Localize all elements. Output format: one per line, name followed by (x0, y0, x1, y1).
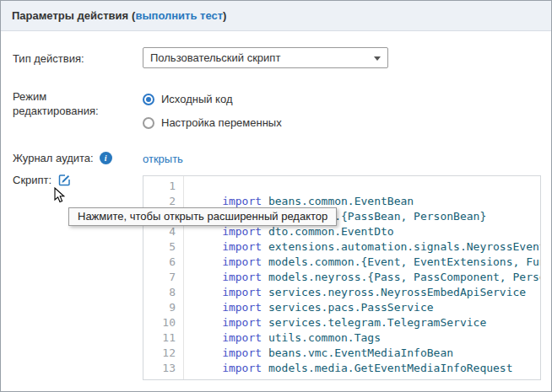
script-label: Скрипт: (13, 174, 51, 186)
panel-title: Параметры действия (12, 9, 128, 22)
line-number: 9 (143, 300, 176, 315)
audit-open-link[interactable]: открыть (143, 153, 183, 165)
code-line: import services.pacs.PassService (189, 300, 540, 315)
script-row: Скрипт: (13, 173, 72, 187)
chevron-down-icon (374, 56, 381, 61)
radio-unselected-icon[interactable] (143, 117, 154, 129)
edit-mode-label: Режим редактирования: (13, 89, 114, 118)
code-line: import models.common.{Event, EventExtens… (189, 255, 540, 270)
audit-log-label: Журнал аудита: (13, 152, 94, 164)
code-line: import utils.common.Tags (189, 330, 540, 346)
run-test-link[interactable]: выполнить тест (135, 9, 223, 22)
editor-tooltip: Нажмите, чтобы открыть расширенный редак… (68, 207, 337, 226)
radio-source-code-label: Исходный код (161, 93, 233, 105)
line-number: 4 (143, 224, 176, 239)
radio-option-variables[interactable]: Настройка переменных (143, 116, 282, 129)
line-number: 12 (143, 346, 176, 361)
radio-variables-label: Настройка переменных (161, 116, 282, 129)
line-number: 5 (143, 239, 176, 255)
action-type-label: Тип действия: (13, 52, 84, 65)
radio-option-source-code[interactable]: Исходный код (143, 93, 233, 105)
audit-log-row: Журнал аудита: i (13, 152, 112, 164)
panel-header: Параметры действия(выполнить тест) (1, 1, 551, 31)
mouse-cursor-icon (54, 187, 66, 207)
code-line: import extensions.automation.signals.Ney… (189, 239, 540, 255)
action-parameters-panel: Параметры действия(выполнить тест) Тип д… (0, 0, 552, 392)
paren-close: ) (223, 9, 226, 22)
code-line: import beans.vmc.EventMediaInfoBean (189, 346, 540, 361)
action-type-select[interactable]: Пользовательский скрипт (143, 47, 388, 68)
script-code-editor[interactable]: 12345678910111213 import beans.common.Ev… (143, 175, 541, 380)
edit-pencil-icon[interactable] (57, 173, 72, 187)
code-line: import dto.common.EventDto (189, 224, 540, 239)
line-number: 10 (143, 315, 176, 330)
code-line: import services.telegram.TelegramService (189, 315, 540, 330)
line-number: 11 (143, 330, 176, 346)
line-number: 8 (143, 285, 176, 300)
info-icon[interactable]: i (100, 152, 112, 164)
radio-selected-icon[interactable] (143, 94, 154, 105)
line-number: 1 (143, 179, 176, 194)
line-number: 6 (143, 255, 176, 270)
line-number: 13 (143, 361, 176, 376)
code-line (189, 179, 540, 194)
code-line: import services.neyross.NeyrossEmbedApiS… (189, 285, 540, 300)
code-line: import models.media.GetEventMediaInfoReq… (189, 361, 540, 376)
line-number: 7 (143, 270, 176, 285)
code-line: import models.neyross.{Pass, PassCompone… (189, 270, 540, 285)
action-type-value: Пользовательский скрипт (150, 51, 280, 64)
